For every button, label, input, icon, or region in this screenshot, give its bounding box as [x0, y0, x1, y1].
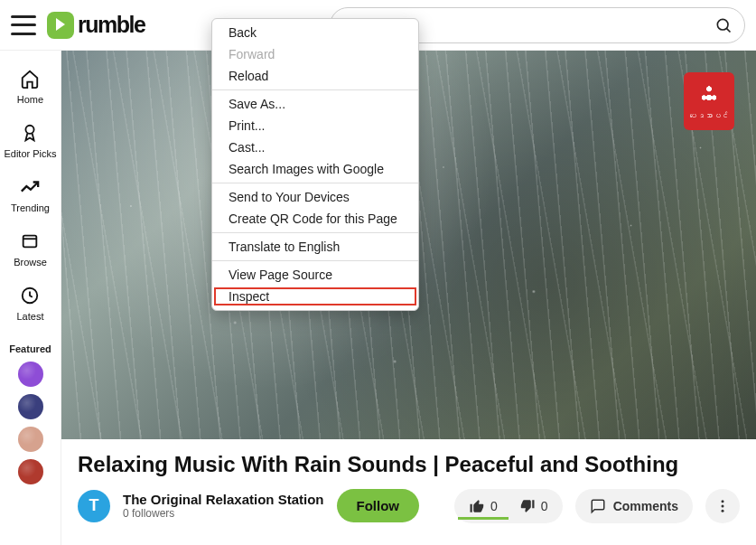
- svg-point-2: [26, 126, 34, 134]
- svg-point-0: [717, 19, 728, 30]
- context-menu-item-print[interactable]: Print...: [212, 115, 418, 136]
- sidebar-item-trending[interactable]: Trending: [4, 168, 56, 222]
- featured-heading: Featured: [9, 343, 51, 354]
- featured-channel-1[interactable]: [18, 362, 43, 387]
- play-icon: [47, 12, 74, 39]
- reaction-group: 0 0: [454, 489, 563, 523]
- svg-point-6: [722, 500, 724, 503]
- sidebar-item-home[interactable]: Home: [4, 60, 56, 114]
- context-menu-item-back[interactable]: Back: [212, 22, 418, 43]
- brand-name: rumble: [78, 12, 145, 38]
- brand-logo[interactable]: rumble: [47, 12, 145, 39]
- featured-channel-4[interactable]: [18, 459, 43, 484]
- context-menu-item-inspect[interactable]: Inspect: [212, 286, 418, 307]
- sidebar: HomeEditor PicksTrendingBrowseLatest Fea…: [0, 51, 61, 545]
- tree-icon: [696, 83, 722, 112]
- more-vertical-icon: [714, 498, 731, 514]
- followers-count: 0 followers: [123, 507, 324, 520]
- context-menu-item-reload[interactable]: Reload: [212, 65, 418, 87]
- comments-label: Comments: [613, 499, 678, 513]
- like-button[interactable]: 0: [458, 493, 509, 520]
- thumbs-up-icon: [469, 498, 485, 514]
- context-menu-item-create-qr-code-for-this-page[interactable]: Create QR Code for this Page: [212, 208, 418, 230]
- sidebar-item-editor-picks[interactable]: Editor Picks: [4, 114, 56, 168]
- search-button[interactable]: [709, 11, 738, 40]
- context-menu-item-send-to-your-devices[interactable]: Send to Your Devices: [212, 186, 418, 208]
- like-count: 0: [490, 499, 498, 513]
- watermark-text: ပဒေသာပင်: [689, 112, 729, 120]
- channel-watermark: ပဒေသာပင်: [684, 72, 734, 130]
- sidebar-item-latest[interactable]: Latest: [4, 277, 56, 331]
- comments-icon: [590, 498, 606, 514]
- sidebar-item-browse[interactable]: Browse: [4, 222, 56, 277]
- follow-button[interactable]: Follow: [337, 489, 420, 522]
- dislike-button[interactable]: 0: [509, 493, 559, 520]
- sidebar-item-label: Latest: [17, 311, 44, 322]
- home-icon: [20, 69, 40, 90]
- hamburger-menu-button[interactable]: [11, 15, 36, 35]
- comments-button[interactable]: Comments: [575, 489, 693, 523]
- channel-avatar[interactable]: T: [78, 490, 110, 522]
- svg-point-8: [722, 510, 724, 512]
- search-icon: [714, 16, 733, 34]
- channel-name[interactable]: The Original Relaxation Station: [123, 492, 324, 507]
- sidebar-item-label: Browse: [14, 257, 47, 268]
- editor-picks-icon: [20, 123, 40, 145]
- context-menu-item-forward: Forward: [212, 43, 418, 65]
- dislike-count: 0: [541, 499, 548, 513]
- sidebar-item-label: Trending: [11, 202, 50, 213]
- thumbs-down-icon: [519, 498, 536, 514]
- context-menu-item-view-page-source[interactable]: View Page Source: [212, 264, 418, 286]
- browse-icon: [20, 231, 40, 253]
- context-menu-item-translate-to-english[interactable]: Translate to English: [212, 236, 418, 258]
- more-actions-button[interactable]: [705, 489, 740, 523]
- sidebar-item-label: Home: [17, 94, 43, 105]
- featured-channel-3[interactable]: [18, 427, 43, 452]
- browser-context-menu: BackForwardReloadSave As...Print...Cast.…: [211, 18, 419, 311]
- context-menu-item-search-images-with-google[interactable]: Search Images with Google: [212, 158, 418, 180]
- svg-point-7: [722, 504, 724, 507]
- context-menu-item-save-as[interactable]: Save As...: [212, 93, 418, 115]
- featured-channel-2[interactable]: [18, 394, 43, 419]
- video-title: Relaxing Music With Rain Sounds | Peacef…: [78, 452, 740, 478]
- svg-rect-3: [23, 236, 37, 248]
- context-menu-item-cast[interactable]: Cast...: [212, 136, 418, 158]
- latest-icon: [20, 286, 40, 307]
- trending-icon: [20, 177, 40, 199]
- sidebar-item-label: Editor Picks: [4, 148, 56, 159]
- svg-line-1: [726, 28, 730, 32]
